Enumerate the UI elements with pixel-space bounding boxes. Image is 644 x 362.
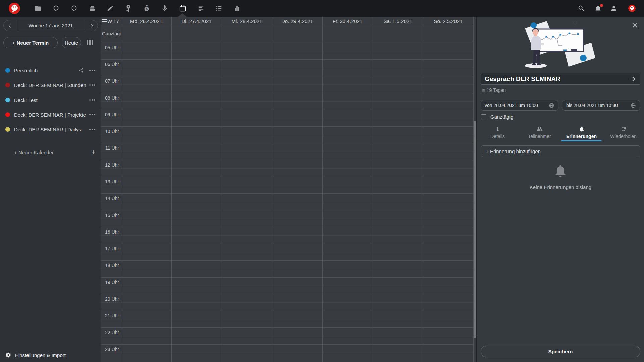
end-datetime-input[interactable]: bis 28.04.2021 um 10:30 [562,100,640,111]
plus-icon: + [91,148,95,156]
text-align-icon[interactable] [192,0,210,17]
share-icon[interactable] [78,68,84,73]
relative-time-label: in 19 Tagen [482,87,506,93]
hour-label: 22 Uhr [101,330,119,335]
view-columns-icon[interactable] [87,40,93,45]
allday-row[interactable]: Ganztägig [101,26,473,41]
logo-icon[interactable] [8,2,20,14]
hour-row[interactable]: 19 Uhr [101,277,473,294]
week-nav-label[interactable]: Woche 17 aus 2021 [16,23,85,28]
more-menu-icon[interactable] [89,68,95,72]
hour-row[interactable]: 11 Uhr [101,143,473,160]
start-datetime-input[interactable]: von 28.04.2021 um 10:00 [481,100,558,111]
date-inputs: von 28.04.2021 um 10:00 bis 28.04.2021 u… [481,100,640,111]
end-datetime-value: bis 28.04.2021 um 10:30 [566,103,618,108]
allday-checkbox[interactable] [481,114,486,119]
allday-toggle[interactable]: Ganztägig [481,114,513,120]
day-header: Mo. 26.4.2021 [121,17,171,26]
notification-dot [600,4,603,7]
grid-scrollbar[interactable] [474,121,476,338]
hour-row[interactable]: 21 Uhr [101,311,473,327]
speech-bubble-icon[interactable] [47,0,65,17]
calendar-list-item[interactable]: Persönlich [0,63,101,78]
globe-icon[interactable] [549,103,554,108]
calendar-list-item[interactable]: Deck: DER SEMINAR | Dailys [0,122,101,137]
folder-icon[interactable] [29,0,47,17]
hour-row[interactable]: 14 Uhr [101,193,473,210]
hour-row[interactable]: 09 Uhr [101,110,473,126]
globe-icon[interactable] [630,103,636,108]
contacts-icon[interactable] [610,0,618,17]
key-icon[interactable] [119,0,138,17]
hour-label: 21 Uhr [101,313,119,318]
column-divider [272,17,272,362]
microphone-icon[interactable] [156,0,174,17]
week-navigation: Woche 17 aus 2021 [3,20,98,31]
save-button[interactable]: Speichern [481,346,640,357]
next-week-button[interactable] [85,20,98,31]
deck-icon[interactable] [83,0,101,17]
more-menu-icon[interactable] [89,127,95,131]
hour-row[interactable]: 13 Uhr [101,177,473,193]
hour-label: 07 Uhr [101,78,119,84]
event-title-input[interactable]: Gespräch DER SEMINAR [481,73,640,85]
time-grid[interactable]: 05 Uhr 06 Uhr 07 Uhr 08 Uhr 09 Uhr 10 Uh… [101,43,473,362]
event-title: Gespräch DER SEMINAR [485,75,628,83]
attendees-icon [537,126,543,132]
new-event-button[interactable]: + Neuer Termin [3,37,58,48]
event-detail-panel: Gespräch DER SEMINAR in 19 Tagen von 28.… [476,17,644,362]
hour-row[interactable]: 15 Uhr [101,210,473,227]
forward-arrow-icon[interactable] [628,75,636,83]
hour-row[interactable]: 07 Uhr [101,76,473,93]
settings-import-button[interactable]: Einstellungen & Import [0,348,101,362]
speech-bubble-plus-icon[interactable] [65,0,83,17]
more-menu-icon[interactable] [89,98,95,102]
column-divider [121,17,121,362]
gear-icon [5,352,11,358]
column-divider [171,17,172,362]
hour-row[interactable]: 10 Uhr [101,126,473,143]
hour-row[interactable]: 16 Uhr [101,227,473,244]
tab-teilnehmer[interactable]: Teilnehmer [519,124,560,141]
tab-label: Teilnehmer [528,134,551,139]
more-menu-icon[interactable] [89,83,95,87]
calendar-list-item[interactable]: Deck: Test [0,93,101,107]
pencil-icon[interactable] [101,0,119,17]
user-avatar[interactable] [626,0,638,17]
notification-bell-icon[interactable] [594,0,602,17]
add-reminder-button[interactable]: + Erinnerung hinzufügen [481,145,640,157]
tab-wiederholen[interactable]: Wiederholen [602,124,644,141]
more-menu-icon[interactable] [89,113,95,117]
hour-row[interactable]: 17 Uhr [101,244,473,260]
calendar-color-dot [5,83,10,87]
previous-week-button[interactable] [4,20,16,31]
bar-chart-icon[interactable] [228,0,246,17]
calendar-list-item[interactable]: Deck: DER SEMINAR | Projekte [0,107,101,122]
money-bag-icon[interactable]: $ [138,0,156,17]
new-calendar-button[interactable]: + Neuer Kalender + [0,146,101,158]
tab-details[interactable]: i Details [477,124,519,141]
today-button[interactable]: Heute [62,37,81,48]
hour-row[interactable]: 23 Uhr [101,344,473,361]
column-divider [373,17,373,362]
tab-erinnerungen[interactable]: Erinnerungen [560,124,602,141]
tab-label: Details [490,134,505,139]
hour-row[interactable]: 20 Uhr [101,294,473,311]
column-divider [322,17,323,362]
checklist-icon[interactable] [210,0,228,17]
chevron-right-icon [89,23,94,28]
hour-row[interactable]: 18 Uhr [101,260,473,277]
hour-row[interactable]: 08 Uhr [101,93,473,110]
menu-icon[interactable] [102,19,107,23]
event-illustration [514,18,605,70]
day-header: Di. 27.4.2021 [171,17,222,26]
hour-row[interactable]: 22 Uhr [101,327,473,344]
day-header: Fr. 30.4.2021 [322,17,373,26]
search-icon[interactable] [577,0,585,17]
hour-row[interactable]: 12 Uhr [101,160,473,177]
close-icon[interactable] [631,22,639,29]
calendar-list-item[interactable]: Deck: DER SEMINAR | Stunden [0,78,101,93]
hour-row[interactable]: 05 Uhr [101,43,473,59]
settings-label: Einstellungen & Import [15,352,66,358]
hour-row[interactable]: 06 Uhr [101,59,473,76]
